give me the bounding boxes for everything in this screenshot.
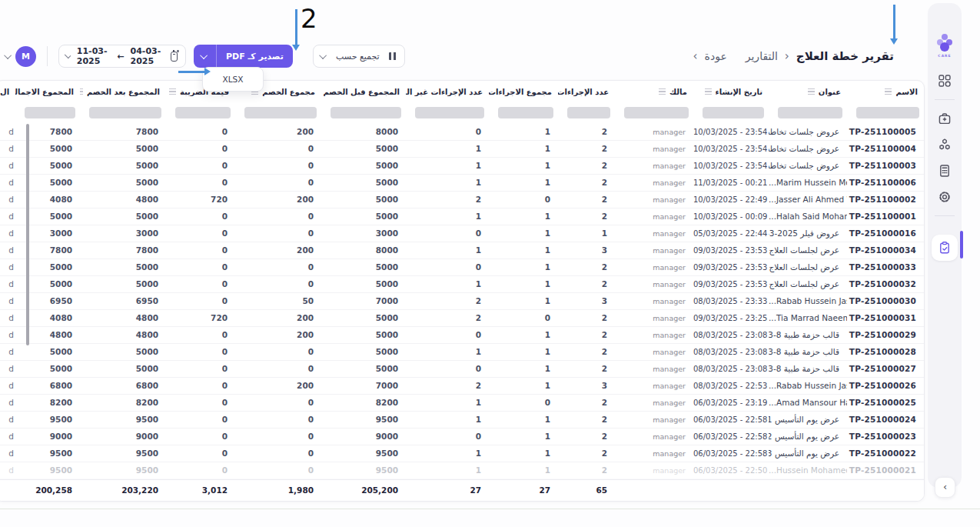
date-range-picker[interactable]: 11-03-2025 ← 04-03-2025 — [58, 45, 186, 68]
table-row[interactable]: TP-251100004عروض جلسات تخاطب 210/03/2025… — [0, 141, 924, 158]
table-row[interactable]: TP-251000024عرض يوم التأسيس 106/03/2025 … — [0, 412, 924, 429]
table-row[interactable]: TP-251100005عروض جلسات تخاطب 110/03/2025… — [0, 124, 924, 141]
back-link[interactable]: عودة — [705, 50, 727, 62]
table-row[interactable]: TP-251000023عرض يوم التأسيس 206/03/2025 … — [0, 429, 924, 445]
sidebar-item-network[interactable] — [937, 137, 952, 152]
chevron-down-icon[interactable] — [65, 52, 71, 58]
column-filter-input[interactable] — [856, 107, 919, 118]
export-dropdown-toggle[interactable] — [194, 45, 217, 68]
table-row[interactable]: TP-251000016عروض فيلر 2025-3-5 105/03/20… — [0, 225, 924, 242]
column-menu-icon[interactable] — [80, 88, 83, 95]
cell-tax_value: 0 — [166, 208, 235, 225]
sidebar-collapse-button[interactable]: ‹ — [935, 477, 955, 498]
table-row[interactable]: TP-251000026...Rabab Hussein Jasmi W08/0… — [0, 378, 924, 395]
column-header-total_before_discount[interactable]: المجموع قبل الخصم وـ.. — [321, 88, 406, 96]
column-menu-icon[interactable] — [169, 88, 176, 95]
export-xlsx-item[interactable]: XLSX — [206, 71, 260, 88]
table-row[interactable]: TP-251000032عرض لجلسات العلاج الـ..09/03… — [0, 276, 924, 293]
cell-total_after_discount: 5000 — [80, 259, 166, 275]
export-button-label[interactable]: تصدير كـ PDF — [217, 52, 293, 62]
column-menu-icon[interactable] — [659, 88, 666, 95]
cell-owner: manager — [615, 378, 693, 394]
table-row[interactable]: TP-251100003عروض جلسات تخاطب 310/03/2025… — [0, 158, 924, 175]
table-row[interactable]: TP-251000028قالب حزمة طبية 8-3 208/03/20… — [0, 344, 924, 361]
total-incomplete_count: 27 — [406, 480, 489, 501]
column-filter-input[interactable] — [778, 107, 842, 118]
column-header-label: عنوان — [819, 88, 841, 96]
sidebar-item-dashboard[interactable] — [937, 73, 952, 88]
column-filter-input[interactable] — [25, 107, 75, 118]
column-filter-input[interactable] — [244, 107, 317, 118]
column-filter-input[interactable] — [624, 107, 689, 118]
vertical-scrollbar[interactable] — [26, 124, 29, 345]
app-logo[interactable]: CARE — [935, 34, 955, 58]
column-header-label: عدد الإجراءات غير المكتـ.. — [406, 88, 483, 96]
group-by-button[interactable]: تجميع حسب — [313, 45, 405, 68]
back-chevron-icon[interactable]: ‹ — [693, 49, 698, 63]
cell-grand_total: 7800 — [15, 242, 80, 258]
table-row[interactable]: TP-251000021...Hussein Mohamed Abu06/03/… — [0, 462, 924, 479]
sidebar-item-medical[interactable] — [937, 111, 952, 126]
column-header-completed_total[interactable]: مجموع الاجراءات المكتـ.. — [489, 88, 558, 96]
cell-total_after_discount: 3000 — [80, 225, 166, 242]
breadcrumb-parent[interactable]: التقارير — [746, 50, 778, 62]
export-pdf-button[interactable]: تصدير كـ PDF — [194, 45, 293, 68]
cell-owner: manager — [615, 462, 693, 479]
total-grand_total: 200,258 — [15, 480, 80, 501]
column-header-incomplete_count[interactable]: عدد الإجراءات غير المكتـ.. — [406, 88, 489, 96]
cell-total_before_discount: 5000 — [321, 208, 406, 225]
chevron-down-icon[interactable] — [319, 52, 327, 59]
table-row[interactable]: TP-251000027قالب حزمة طبية 8-3 308/03/20… — [0, 361, 924, 378]
cell-created: 10/03/2025 - 22:49 — [693, 192, 769, 208]
table-row[interactable]: TP-251000025...Amad Mansour Hassan06/03/… — [0, 395, 924, 412]
table-row[interactable]: TP-251100001...Halah Said Mohamed W10/03… — [0, 208, 924, 225]
chevron-down-icon[interactable] — [4, 52, 12, 59]
column-header-total_after_discount[interactable]: المجموع بعد الخصم — [80, 88, 166, 96]
filter-cell-owner — [615, 102, 693, 124]
column-header-grand_total[interactable]: المجموع الاجمالي بعد الـ.. — [15, 88, 80, 96]
column-filter-input[interactable] — [175, 107, 231, 118]
cell-procedures_count: 2 — [558, 158, 615, 174]
cell-procedures_count: 2 — [558, 192, 615, 208]
column-filter-input[interactable] — [89, 107, 161, 118]
user-menu[interactable]: M — [6, 46, 36, 67]
column-header-clipped[interactable]: ال — [0, 88, 15, 96]
cell-discount_total: 200 — [235, 310, 321, 326]
cell-procedures_count: 2 — [558, 259, 615, 275]
cell-grand_total: 8200 — [15, 395, 80, 411]
table-row[interactable]: TP-251000022عرض يوم التأسيس 306/03/2025 … — [0, 445, 924, 462]
cell-grand_total: 5000 — [15, 276, 80, 292]
group-by-label: تجميع حسب — [336, 52, 380, 62]
column-filter-input[interactable] — [331, 107, 401, 118]
cell-grand_total: 9000 — [15, 429, 80, 445]
column-filter-input[interactable] — [415, 107, 484, 118]
cell-created: 06/03/2025 - 22:50 — [693, 462, 769, 479]
column-menu-icon[interactable] — [808, 88, 815, 95]
column-header-owner[interactable]: مالك — [615, 88, 693, 96]
cell-owner: manager — [615, 158, 693, 174]
column-menu-icon[interactable] — [885, 88, 892, 95]
column-header-title[interactable]: عنوان — [769, 88, 847, 96]
table-row[interactable]: TP-251000034عرض لجلسات العلاج الـ..09/03… — [0, 242, 924, 259]
column-header-created[interactable]: تاريخ الإنشاء — [693, 88, 769, 96]
table-row[interactable]: TP-251000029قالب حزمة طبية 8-3 108/03/20… — [0, 327, 924, 344]
cell-total_after_discount: 9500 — [80, 445, 166, 462]
sidebar-item-settings[interactable] — [937, 189, 952, 205]
sidebar-item-reports-active[interactable] — [932, 235, 958, 261]
table-row[interactable]: TP-251000031...Tia Marrad Naeem With09/0… — [0, 310, 924, 327]
table-row[interactable]: TP-251100006...Marim Hussein Morrad11/03… — [0, 175, 924, 192]
column-header-name[interactable]: الاسم — [847, 88, 924, 96]
column-filter-input[interactable] — [498, 107, 553, 118]
table-row[interactable]: TP-251000030...Rabab Hussein Jasmi W08/0… — [0, 293, 924, 310]
cell-grand_total: 5000 — [15, 259, 80, 275]
column-filter-input[interactable] — [567, 107, 610, 118]
table-row[interactable]: TP-251000033عرض لجلسات العلاج الـ..09/03… — [0, 259, 924, 276]
calendar-icon[interactable] — [171, 52, 178, 62]
cell-grand_total: 4080 — [15, 192, 80, 208]
column-menu-icon[interactable] — [705, 88, 712, 95]
table-row[interactable]: TP-251100002...Jasser Ali Ahmed With10/0… — [0, 192, 924, 208]
sidebar-item-billing[interactable] — [937, 163, 952, 178]
avatar[interactable]: M — [15, 46, 36, 67]
column-filter-input[interactable] — [703, 107, 764, 118]
column-header-procedures_count[interactable]: عدد الإجراءات — [558, 88, 615, 96]
